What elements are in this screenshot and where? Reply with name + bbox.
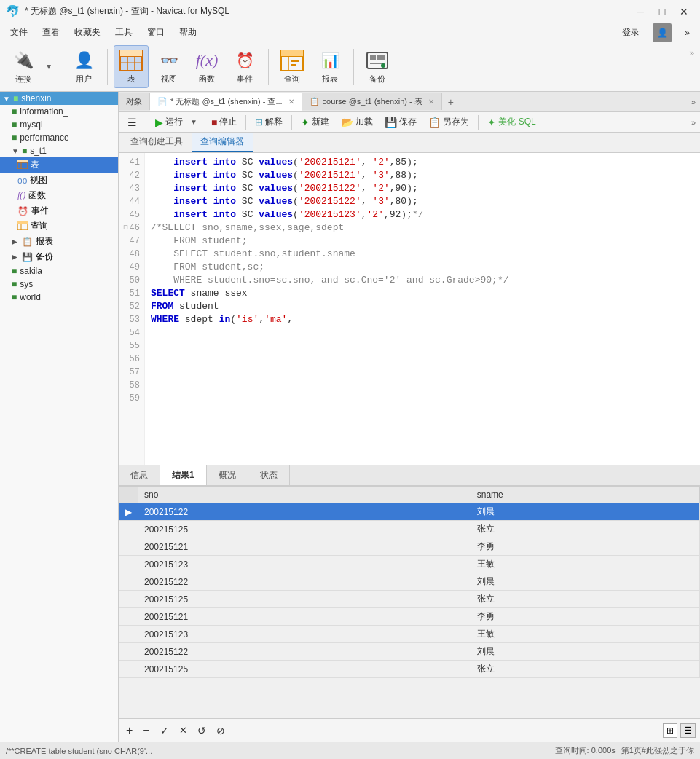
- table-row[interactable]: 200215121李勇: [119, 608, 700, 626]
- table-row[interactable]: 200215122刘晨: [119, 573, 700, 591]
- sidebar-category-query[interactable]: 查询: [0, 219, 118, 234]
- table-row[interactable]: 200215122刘晨: [119, 643, 700, 661]
- menu-favorites[interactable]: 收藏夹: [67, 25, 108, 40]
- menu-bar: 文件 查看 收藏夹 工具 窗口 帮助 登录 👤 »: [0, 23, 700, 42]
- stop-editing-button[interactable]: ⊘: [213, 723, 228, 738]
- minimize-button[interactable]: ─: [630, 4, 650, 20]
- list-view-button[interactable]: ☰: [680, 723, 696, 738]
- toolbar-right-expand-icon[interactable]: »: [691, 118, 696, 127]
- save-as-button[interactable]: 📋 另存为: [424, 114, 473, 130]
- sidebar-category-report[interactable]: ▶ 📋 报表: [0, 234, 118, 249]
- sidebar-item-performance[interactable]: ■ performance: [0, 131, 118, 144]
- table-row[interactable]: 200215123王敏: [119, 626, 700, 643]
- tab-objects[interactable]: 对象: [119, 93, 150, 110]
- sidebar-table-label: 表: [31, 159, 39, 171]
- menu-view[interactable]: 查看: [35, 25, 67, 40]
- toolbar-expand-icon[interactable]: »: [689, 45, 694, 58]
- query-button[interactable]: 查询: [275, 46, 310, 87]
- grid-view-button[interactable]: ⊞: [663, 723, 677, 738]
- tab-add-button[interactable]: +: [442, 93, 460, 111]
- results-tab-info[interactable]: 信息: [119, 465, 160, 485]
- refresh-button[interactable]: ↺: [194, 723, 209, 738]
- tab-query1-close-icon[interactable]: ✕: [288, 98, 294, 106]
- login-button[interactable]: 登录: [615, 25, 647, 40]
- menu-window[interactable]: 窗口: [140, 25, 172, 40]
- hamburger-menu-button[interactable]: ☰: [123, 115, 141, 130]
- tab-course[interactable]: 📋 course @s_t1 (shenxin) - 表 ✕: [302, 93, 442, 110]
- table-button[interactable]: 表: [114, 45, 149, 88]
- event-category-icon: ⏰: [17, 206, 28, 216]
- function-button[interactable]: f(x) 函数: [189, 46, 224, 87]
- line-num-45: 45: [119, 208, 144, 221]
- sidebar-event-label: 事件: [31, 205, 49, 217]
- table-row[interactable]: 200215121李勇: [119, 538, 700, 556]
- results-tab-status[interactable]: 状态: [248, 465, 290, 485]
- stop-button[interactable]: ■ 停止: [207, 114, 241, 130]
- editor-tab-builder[interactable]: 查询创建工具: [122, 133, 192, 152]
- results-tab-result1[interactable]: 结果1: [160, 465, 207, 485]
- tab-expand-icon[interactable]: »: [687, 95, 700, 109]
- maximize-button[interactable]: □: [652, 4, 672, 20]
- run-dropdown-icon[interactable]: ▼: [190, 118, 197, 126]
- sidebar-category-event[interactable]: ⏰ 事件: [0, 203, 118, 219]
- sidebar-item-s_t1[interactable]: ▼ ■ s_t1: [0, 144, 118, 157]
- table-row[interactable]: 200215125张立: [119, 521, 700, 538]
- code-line-50: WHERE student.sno=sc.sno, and sc.Cno='2'…: [151, 274, 700, 287]
- event-icon: ⏰: [233, 49, 256, 72]
- table-row[interactable]: 200215123王敏: [119, 556, 700, 573]
- results-area: 信息 结果1 概况 状态: [119, 465, 700, 742]
- sidebar-category-backup[interactable]: ▶ 💾 备份: [0, 249, 118, 264]
- fold-icon[interactable]: ⊟: [124, 221, 128, 235]
- beautify-button[interactable]: ✦ 美化 SQL: [483, 114, 540, 130]
- col-sno-label: sno: [144, 489, 158, 500]
- event-button[interactable]: ⏰ 事件: [227, 46, 262, 87]
- menu-file[interactable]: 文件: [3, 25, 35, 40]
- sidebar-db-shenxin[interactable]: ▼ ■ shenxin: [0, 92, 118, 105]
- sidebar-category-func[interactable]: f() 函数: [0, 188, 118, 203]
- sidebar-item-information[interactable]: ■ information_: [0, 105, 118, 118]
- cancel-row-button[interactable]: ✕: [176, 723, 190, 737]
- menu-expand-icon[interactable]: »: [677, 26, 697, 39]
- report-button[interactable]: 📊 报表: [312, 46, 347, 87]
- table-row[interactable]: 200215125张立: [119, 591, 700, 608]
- row-indicator: [119, 556, 138, 573]
- col-sno[interactable]: sno: [138, 487, 471, 503]
- code-editor[interactable]: 41 42 43 44 45 ⊟46 47 48 49 50 51 52 53 …: [119, 153, 700, 465]
- data-table-wrap[interactable]: sno sname ▶200215122刘晨200215125张立2002151…: [119, 486, 700, 718]
- confirm-button[interactable]: ✓: [157, 723, 172, 738]
- sidebar-category-table[interactable]: 表: [0, 157, 118, 173]
- tab-course-close-icon[interactable]: ✕: [428, 98, 434, 106]
- table-row[interactable]: ▶200215122刘晨: [119, 503, 700, 521]
- add-row-button[interactable]: +: [123, 723, 135, 739]
- sidebar-item-sys[interactable]: ■ sys: [0, 278, 118, 291]
- col-sname[interactable]: sname: [471, 487, 699, 503]
- menu-tools[interactable]: 工具: [108, 25, 140, 40]
- new-button[interactable]: ✦ 新建: [296, 114, 334, 130]
- editor-tab-editor[interactable]: 查询编辑器: [192, 133, 253, 152]
- close-button[interactable]: ✕: [674, 4, 694, 20]
- remove-row-button[interactable]: −: [140, 723, 152, 739]
- connect-button[interactable]: 🔌 连接: [6, 46, 41, 87]
- db-mysql-icon: ■: [12, 119, 17, 130]
- view-button[interactable]: 👓 视图: [152, 46, 186, 87]
- sidebar-category-view[interactable]: oo 视图: [0, 173, 118, 188]
- user-button[interactable]: 👤 用户: [66, 46, 101, 87]
- tab-query1[interactable]: 📄 * 无标题 @s_t1 (shenxin) - 查... ✕: [150, 93, 302, 111]
- menu-help[interactable]: 帮助: [172, 25, 204, 40]
- results-tab-overview[interactable]: 概况: [207, 465, 248, 485]
- sidebar-item-world[interactable]: ■ world: [0, 291, 118, 304]
- sidebar-item-mysql[interactable]: ■ mysql: [0, 118, 118, 131]
- code-lines[interactable]: insert into SC values('200215121', '2',8…: [145, 153, 700, 465]
- line-num-47: 47: [119, 235, 144, 248]
- load-button[interactable]: 📂 加载: [337, 114, 377, 130]
- backup-button[interactable]: 备份: [360, 46, 395, 87]
- beautify-label: 美化 SQL: [498, 116, 535, 128]
- sidebar-item-sakila[interactable]: ■ sakila: [0, 264, 118, 278]
- tab-query1-label: * 无标题 @s_t1 (shenxin) - 查...: [170, 96, 283, 107]
- table-row[interactable]: 200215125张立: [119, 661, 700, 678]
- explain-button[interactable]: ⊞ 解释: [251, 114, 287, 130]
- connect-dropdown-icon[interactable]: [45, 60, 52, 74]
- run-button[interactable]: ▶ 运行: [151, 114, 187, 130]
- tab-query1-icon: 📄: [157, 97, 168, 106]
- save-button[interactable]: 💾 保存: [380, 114, 421, 130]
